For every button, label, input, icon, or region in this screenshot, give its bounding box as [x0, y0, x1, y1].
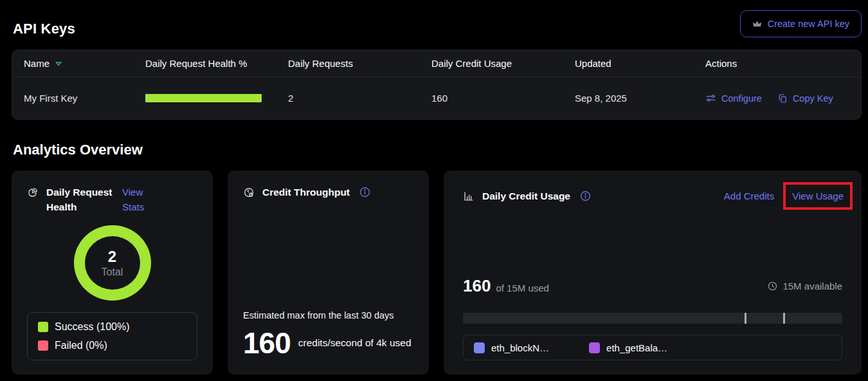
updated-value: Sep 8, 2025	[575, 93, 705, 104]
configure-button[interactable]: Configure	[705, 93, 762, 104]
health-bar-cell	[145, 94, 288, 102]
crown-icon	[752, 19, 762, 29]
daily-request-health-header: Daily Request Health View Stats	[27, 185, 197, 215]
credit-usage-progress-bar	[463, 313, 842, 324]
throughput-value: 160	[243, 326, 291, 360]
sliders-icon	[705, 93, 716, 104]
donut-total-value: 2	[108, 248, 116, 266]
legend-item-success: Success (100%)	[38, 321, 186, 333]
credit-throughput-header: Credit Throughput	[243, 185, 413, 200]
key-name: My First Key	[24, 93, 145, 104]
daily-credit-usage-card: Daily Credit Usage Add Credits View Usag…	[444, 171, 862, 375]
bar-chart-icon	[463, 190, 475, 202]
usage-summary-row: 160 of 15M used 15M available	[463, 276, 842, 296]
credit-usage-legend: eth_blockN… eth_getBala…	[463, 335, 842, 360]
credits-available-label: 15M available	[782, 281, 842, 292]
throughput-value-suffix: credits/second of 4k used	[298, 335, 411, 351]
success-label: Success (100%)	[55, 321, 130, 333]
column-header-health: Daily Request Health %	[145, 58, 288, 69]
clock-icon	[767, 281, 778, 292]
gauge-icon	[243, 187, 255, 198]
copy-key-label: Copy Key	[793, 93, 833, 104]
health-bar-track	[145, 94, 262, 102]
view-usage-link[interactable]: View Usage	[792, 190, 844, 201]
daily-request-health-card: Daily Request Health View Stats 2 Total …	[12, 171, 213, 375]
eth-blocknumber-label: eth_blockN…	[491, 342, 549, 353]
daily-credit-usage-value: 160	[431, 93, 575, 104]
progress-tick	[783, 313, 785, 324]
sort-descending-icon[interactable]	[55, 60, 62, 68]
daily-credit-usage-title: Daily Credit Usage	[482, 189, 570, 203]
info-icon[interactable]	[359, 186, 371, 198]
legend-item-failed: Failed (0%)	[38, 340, 186, 351]
daily-credit-usage-title-group: Daily Credit Usage	[463, 189, 724, 203]
info-icon[interactable]	[579, 190, 592, 202]
column-header-name[interactable]: Name	[24, 58, 145, 69]
legend-item-eth-blocknumber: eth_blockN…	[474, 342, 549, 353]
create-api-key-button[interactable]: Create new API key	[740, 10, 862, 37]
api-keys-table: Name Daily Request Health % Daily Reques…	[12, 50, 862, 120]
request-health-donut-chart: 2 Total	[74, 225, 151, 301]
health-bar	[145, 94, 262, 102]
legend-item-eth-getbalance: eth_getBala…	[589, 342, 667, 353]
eth-blocknumber-swatch	[474, 342, 485, 353]
column-header-daily-credit-usage: Daily Credit Usage	[431, 58, 575, 69]
annotation-box: View Usage	[783, 182, 853, 210]
request-health-legend: Success (100%) Failed (0%)	[27, 312, 197, 360]
used-credits-value: 160	[463, 276, 491, 296]
daily-credit-usage-links: Add Credits View Usage	[724, 182, 842, 210]
throughput-value-row: 160 credits/second of 4k used	[243, 326, 413, 360]
column-header-updated: Updated	[575, 58, 705, 69]
analytics-overview-title: Analytics Overview	[12, 142, 862, 158]
dashboard-page: API Keys Create new API key Name Daily R…	[0, 0, 868, 375]
eth-getbalance-label: eth_getBala…	[606, 342, 667, 353]
credit-throughput-title: Credit Throughput	[262, 185, 350, 200]
throughput-subtitle: Estimated max from the last 30 days	[243, 310, 413, 321]
progress-tick	[745, 313, 746, 324]
eth-getbalance-swatch	[589, 342, 600, 353]
add-credits-link[interactable]: Add Credits	[724, 189, 774, 203]
copy-key-button[interactable]: Copy Key	[777, 93, 833, 104]
credit-throughput-card: Credit Throughput Estimated max from the…	[228, 171, 429, 375]
column-header-actions: Actions	[705, 58, 861, 69]
api-keys-header: API Keys Create new API key	[12, 10, 862, 37]
pie-chart-icon	[27, 187, 38, 198]
create-api-key-label: Create new API key	[768, 19, 849, 29]
column-header-daily-requests: Daily Requests	[288, 58, 431, 69]
daily-credit-usage-header: Daily Credit Usage Add Credits View Usag…	[463, 182, 842, 210]
copy-icon	[777, 93, 788, 104]
view-stats-link[interactable]: View Stats	[122, 185, 153, 215]
success-swatch	[38, 322, 48, 332]
actions-cell: Configure Copy Key	[705, 93, 861, 104]
donut-total-label: Total	[102, 266, 123, 278]
table-row: My First Key 2 160 Sep 8, 2025 Configure	[12, 77, 861, 119]
page-title: API Keys	[12, 21, 75, 37]
configure-label: Configure	[721, 93, 762, 104]
daily-requests-value: 2	[288, 93, 431, 104]
analytics-cards: Daily Request Health View Stats 2 Total …	[12, 171, 862, 375]
failed-swatch	[38, 340, 48, 351]
credits-available-group: 15M available	[767, 281, 842, 292]
failed-label: Failed (0%)	[55, 340, 107, 351]
daily-request-health-title: Daily Request Health	[46, 185, 122, 215]
used-credits-suffix: of 15M used	[496, 283, 549, 293]
table-header-row: Name Daily Request Health % Daily Reques…	[12, 50, 861, 77]
